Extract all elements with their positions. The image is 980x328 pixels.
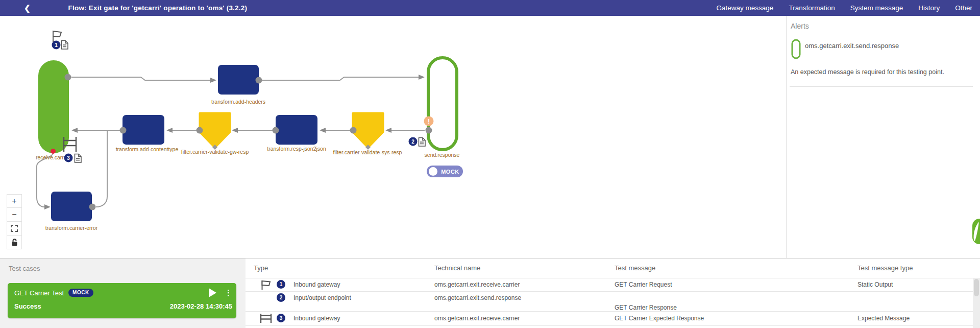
- test-cases-heading: Test cases: [9, 265, 40, 272]
- zoom-out-button[interactable]: −: [7, 208, 22, 222]
- cell-test-message: GET Carrier Expected Response: [615, 311, 704, 325]
- svg-text:!: !: [428, 118, 430, 125]
- alert-description: An expected message is required for this…: [791, 68, 944, 76]
- row-number-badge: 1: [277, 280, 285, 289]
- edge-receive-error-to-carriererror: [37, 153, 53, 207]
- table-scrollbar-thumb[interactable]: [974, 279, 979, 296]
- node-labels: receive.carr transform.add-headers trans…: [36, 99, 460, 231]
- zoom-out-icon: −: [12, 210, 16, 219]
- app-window: ❮ Flow: Exit gate for 'getcarri' operati…: [0, 0, 980, 328]
- test-messages-table: Type Technical name Test message Test me…: [246, 259, 980, 328]
- error-channel-dot: [51, 149, 56, 154]
- node-transform-add-headers[interactable]: [218, 65, 259, 95]
- label-transform-resp-json2json: transform.resp-json2json: [267, 146, 326, 152]
- alerts-panel: Alerts oms.getcarri.exit.send.response A…: [786, 16, 980, 258]
- col-header-test-message: Test message: [615, 264, 655, 272]
- col-header-technical-name: Technical name: [434, 264, 480, 272]
- node-send-response[interactable]: [428, 58, 457, 150]
- document-icon-2: [419, 138, 426, 147]
- test-message-badge-1[interactable]: 1: [52, 41, 61, 50]
- cell-test-message: GET Carrier Response: [615, 304, 677, 311]
- menu-item-history[interactable]: History: [918, 4, 940, 12]
- canvas-zoom-controls: + −: [7, 194, 22, 249]
- document-icon-1: [62, 41, 68, 50]
- test-case-card-top: GET Carrier Test MOCK ⋮: [14, 288, 232, 297]
- node-filter-carrier-validate-gw-resp[interactable]: [200, 113, 230, 147]
- page-title: Flow: Exit gate for 'getcarri' operation…: [68, 4, 248, 12]
- node-filter-carrier-validate-sys-resp[interactable]: [353, 113, 383, 147]
- table-row-input-output-endpoint[interactable]: 2 Input/output endpoint oms.getcarri.exi…: [246, 291, 973, 311]
- node-transform-resp-json2json[interactable]: [276, 115, 317, 145]
- play-icon: [208, 288, 216, 297]
- cell-test-message-type: Static Output: [857, 278, 893, 291]
- label-receive-carrier: receive.carr: [36, 154, 64, 160]
- endpoint-capsule-icon: [791, 39, 802, 59]
- flow-diagram: ! 1 3 2: [0, 16, 786, 258]
- row-number-badge: 3: [277, 314, 285, 322]
- svg-text:MOCK: MOCK: [441, 169, 459, 175]
- mock-toggle[interactable]: MOCK: [427, 166, 463, 177]
- node-transform-carrier-error[interactable]: [51, 192, 92, 221]
- cell-technical-name: oms.getcarri.exit.send.response: [434, 291, 521, 304]
- cell-type: Input/output endpoint: [293, 291, 351, 304]
- menu-item-other[interactable]: Other: [955, 4, 972, 12]
- col-header-test-message-type: Test message type: [857, 264, 913, 272]
- hurdle-icon: [260, 314, 272, 323]
- run-test-button[interactable]: [208, 288, 216, 297]
- alert-endpoint-name: oms.getcarri.exit.send.response: [805, 42, 899, 50]
- topbar: ❮ Flow: Exit gate for 'getcarri' operati…: [0, 0, 980, 16]
- table-row-inbound-gateway-1[interactable]: 1 Inbound gateway oms.getcarri.exit.rece…: [246, 278, 973, 291]
- warning-badge[interactable]: !: [424, 116, 434, 126]
- test-cases-panel: Test cases GET Carrier Test MOCK ⋮ Succe…: [0, 259, 246, 328]
- cell-type: Inbound gateway: [293, 278, 340, 291]
- zoom-in-button[interactable]: +: [7, 194, 22, 208]
- edge-addheaders-to-sendresponse: [262, 77, 419, 80]
- flow-canvas[interactable]: ! 1 3 2: [0, 16, 786, 258]
- feedback-tab-button[interactable]: [972, 219, 980, 244]
- test-case-timestamp: 2023-02-28 14:30:45: [170, 302, 232, 310]
- row-number-badge: 2: [277, 293, 285, 302]
- svg-text:2: 2: [411, 139, 414, 145]
- test-message-badge-2[interactable]: 2: [409, 137, 418, 146]
- test-case-card[interactable]: GET Carrier Test MOCK ⋮ Success 2023-02-…: [8, 283, 236, 318]
- test-case-menu-button[interactable]: ⋮: [225, 288, 232, 297]
- test-message-badge-3[interactable]: 3: [64, 154, 73, 162]
- cell-technical-name: oms.getcarri.exit.receive.carrier: [434, 311, 520, 325]
- table-row-inbound-gateway-3[interactable]: 3 Inbound gateway oms.getcarri.exit.rece…: [246, 311, 973, 325]
- fit-view-button[interactable]: [7, 222, 22, 236]
- svg-text:1: 1: [55, 42, 58, 48]
- menu-item-transformation[interactable]: Transformation: [789, 4, 835, 12]
- cell-technical-name: oms.getcarri.exit.receive.carrier: [434, 278, 520, 291]
- edge-carriererror-return: [96, 131, 107, 207]
- alerts-heading: Alerts: [791, 22, 809, 30]
- label-send-response: send.response: [425, 152, 460, 158]
- back-button[interactable]: ❮: [24, 0, 31, 16]
- test-case-name: GET Carrier Test: [14, 289, 64, 297]
- label-transform-carrier-error: transform.carrier-error: [45, 225, 98, 231]
- menu-item-system-message[interactable]: System message: [850, 4, 903, 12]
- zoom-in-icon: +: [12, 197, 16, 206]
- test-case-card-bottom: Success 2023-02-28 14:30:45: [14, 302, 232, 310]
- fullscreen-icon: [11, 225, 18, 232]
- test-case-mock-badge: MOCK: [68, 289, 93, 297]
- label-transform-add-contenttype: transform.add-contenttype: [116, 146, 179, 152]
- menu-item-gateway-message[interactable]: Gateway message: [717, 4, 774, 12]
- col-header-type: Type: [254, 264, 268, 272]
- flag-icon: [261, 280, 271, 290]
- label-transform-add-headers: transform.add-headers: [211, 99, 265, 105]
- svg-text:3: 3: [67, 155, 70, 161]
- cell-type: Inbound gateway: [293, 311, 340, 325]
- label-filter-carrier-validate-sys-resp: filter.carrier-validate-sys-resp: [333, 149, 402, 155]
- test-case-status: Success: [14, 302, 41, 310]
- node-transform-add-contenttype[interactable]: [122, 115, 164, 145]
- edge-receive-to-addheaders: [71, 77, 210, 80]
- label-filter-carrier-validate-gw-resp: filter.carrier-validate-gw-resp: [181, 149, 249, 155]
- cell-test-message-type: Expected Message: [857, 311, 910, 325]
- lock-button[interactable]: [7, 236, 22, 249]
- lock-icon: [11, 239, 18, 246]
- feedback-leaf-icon: [972, 219, 980, 244]
- alerts-divider: [790, 86, 973, 87]
- bottom-panel: Test cases GET Carrier Test MOCK ⋮ Succe…: [0, 258, 980, 328]
- topbar-menu: Gateway message Transformation System me…: [717, 4, 980, 12]
- table-scrollbar[interactable]: [973, 278, 980, 328]
